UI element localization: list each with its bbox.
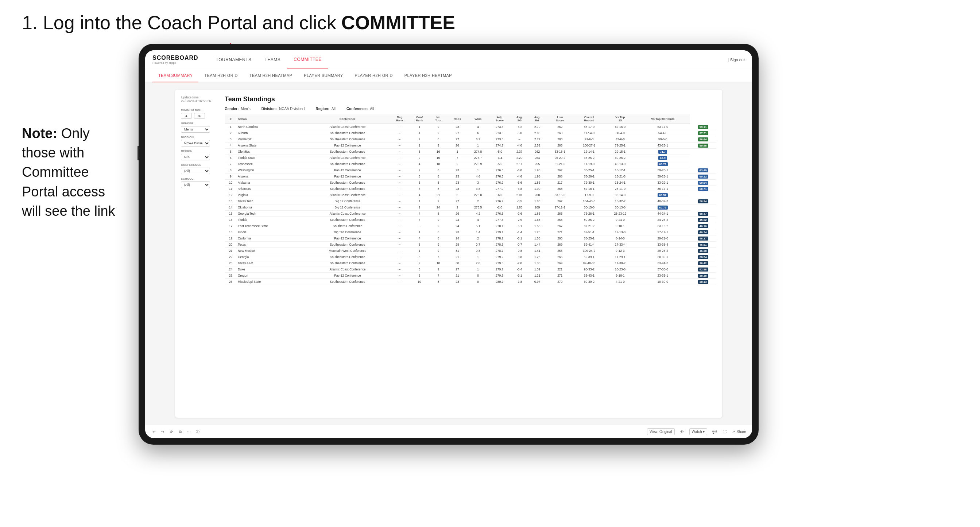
region-control: Region N/A — [181, 149, 217, 160]
table-cell: 4 — [468, 124, 489, 130]
table-cell: 279.1 — [489, 229, 511, 235]
tablet-side-button — [137, 146, 138, 160]
table-cell: 279.2 — [489, 254, 511, 260]
table-cell: – — [390, 211, 410, 217]
table-cell: 23 — [447, 180, 467, 186]
min-val-input[interactable] — [181, 113, 192, 119]
table-cell: 38.54 — [690, 254, 717, 260]
more-icon[interactable]: ⋯ — [186, 429, 192, 435]
table-cell: 8 — [225, 167, 237, 173]
view-original-button[interactable]: View: Original — [647, 428, 675, 435]
table-cell: 71.7 — [636, 149, 690, 155]
table-cell: 15 — [225, 211, 237, 217]
table-cell: 59-41-4 — [574, 241, 605, 248]
table-cell: 42-6-0 — [605, 136, 636, 143]
conference-select[interactable]: (All) — [181, 168, 210, 174]
region-select[interactable]: N/A — [181, 154, 210, 160]
bottom-toolbar: ↩ ↪ ⟳ ⧉ ⋯ ⓘ View: Original 👁 Watch ▾ 💬 ⛶… — [145, 425, 752, 438]
redo-icon[interactable]: ↪ — [160, 429, 165, 435]
table-cell: 279.7 — [489, 267, 511, 273]
table-cell: 42.98 — [690, 267, 717, 273]
table-cell: 38.18 — [690, 273, 717, 279]
col-vs-top25: Vs Top25 — [605, 114, 636, 124]
score-badge: 90.98 — [698, 144, 708, 148]
section-title: Team Standings — [225, 95, 716, 103]
max-val-input[interactable] — [194, 113, 205, 119]
nav-committee[interactable]: COMMITTEE — [287, 50, 328, 69]
table-cell: Florida State — [237, 155, 305, 161]
table-cell: Arizona — [237, 173, 305, 180]
col-wins: Wins — [468, 114, 489, 124]
view-label: View: Original — [649, 430, 672, 434]
nav-teams[interactable]: TEAMS — [258, 50, 287, 69]
table-cell: 9 — [429, 267, 447, 273]
table-cell: Duke — [237, 267, 305, 273]
table-cell: 42-16-0 — [605, 124, 636, 130]
subnav-team-summary[interactable]: TEAM SUMMARY — [153, 69, 199, 83]
table-cell: 104-43-3 — [574, 198, 605, 205]
table-cell: 12-14-1 — [574, 149, 605, 155]
table-cell: 271 — [546, 273, 574, 279]
table-cell: Texas A&M — [237, 260, 305, 267]
table-row: 4Arizona StatePac-12 Conference–19261274… — [225, 143, 716, 149]
step-bold: COMMITTEE — [341, 12, 455, 33]
subnav-player-h2h-heatmap[interactable]: PLAYER H2H HEATMAP — [399, 69, 458, 83]
table-cell: 63-17-0 — [636, 124, 690, 130]
school-label: School — [181, 177, 217, 180]
info-icon[interactable]: ⓘ — [195, 429, 200, 435]
table-cell: 23 — [225, 260, 237, 267]
nav-tournaments[interactable]: TOURNAMENTS — [209, 50, 258, 69]
table-cell: 13 — [225, 198, 237, 205]
table-cell: 267 — [546, 223, 574, 229]
table-cell: 44-24-1 — [636, 211, 690, 217]
table-cell: 22 — [225, 254, 237, 260]
table-cell: 2 — [447, 205, 467, 211]
undo-icon[interactable]: ↩ — [151, 429, 157, 435]
table-cell: 24 — [429, 205, 447, 211]
gender-select[interactable]: Men's — [181, 126, 210, 133]
col-rank: # — [225, 114, 237, 124]
table-cell: 60.71 — [690, 186, 717, 192]
table-cell: 31 — [447, 248, 467, 254]
table-cell: 9 — [429, 198, 447, 205]
subnav-player-summary[interactable]: PLAYER SUMMARY — [298, 69, 349, 83]
share-button[interactable]: ↗ Share — [732, 430, 746, 434]
table-cell: 60.94 — [690, 180, 717, 186]
subnav-player-h2h-grid[interactable]: PLAYER H2H GRID — [349, 69, 399, 83]
score-badge: 60.13 — [698, 175, 708, 179]
table-cell: Pac-12 Conference — [305, 173, 390, 180]
table-cell: 59-39-1 — [574, 254, 605, 260]
copy-icon[interactable]: ⧉ — [177, 429, 183, 435]
table-cell: 8 — [429, 136, 447, 143]
table-cell: 275.7 — [468, 155, 489, 161]
table-cell: 278.2 — [489, 235, 511, 241]
table-row: 18IllinoisBig Ten Conference–18231.4279.… — [225, 229, 716, 235]
table-row: 6Florida StateAtlantic Coast Conference–… — [225, 155, 716, 161]
table-cell: 276.9 — [489, 180, 511, 186]
division-select[interactable]: NCAA Division I — [181, 140, 210, 146]
table-cell: 9 — [225, 173, 237, 180]
school-select[interactable]: (All) — [181, 181, 210, 188]
table-cell: 269 — [546, 241, 574, 248]
table-row: 14OklahomaBig 12 Conference–2242276.5-2.… — [225, 205, 716, 211]
refresh-icon[interactable]: ⟳ — [169, 429, 174, 435]
sign-out-link[interactable]: Sign out — [728, 57, 745, 62]
table-cell: 264 — [528, 155, 546, 161]
table-cell: -4.4 — [489, 155, 511, 161]
fullscreen-icon[interactable]: ⛶ — [722, 429, 728, 435]
table-cell: 17-33-4 — [605, 241, 636, 248]
table-cell: 39-20-1 — [636, 167, 690, 173]
eye-icon[interactable]: 👁 — [679, 429, 685, 435]
table-cell: 9 — [429, 124, 447, 130]
comment-icon[interactable]: 💬 — [711, 429, 718, 435]
table-row: 3VanderbiltSoutheastern Conference–28276… — [225, 136, 716, 143]
table-cell: – — [390, 173, 410, 180]
table-row: 13Texas TechBig 12 Conference–19272276.9… — [225, 198, 716, 205]
table-cell: 86-25-1 — [574, 167, 605, 173]
table-cell: 1.30 — [528, 260, 546, 267]
table-cell: 60.57 — [636, 192, 690, 198]
subnav-team-h2h-grid[interactable]: TEAM H2H GRID — [199, 69, 243, 83]
subnav-team-h2h-heatmap[interactable]: TEAM H2H HEATMAP — [243, 69, 298, 83]
watch-button[interactable]: Watch ▾ — [689, 428, 708, 435]
table-cell: 1 — [410, 229, 429, 235]
